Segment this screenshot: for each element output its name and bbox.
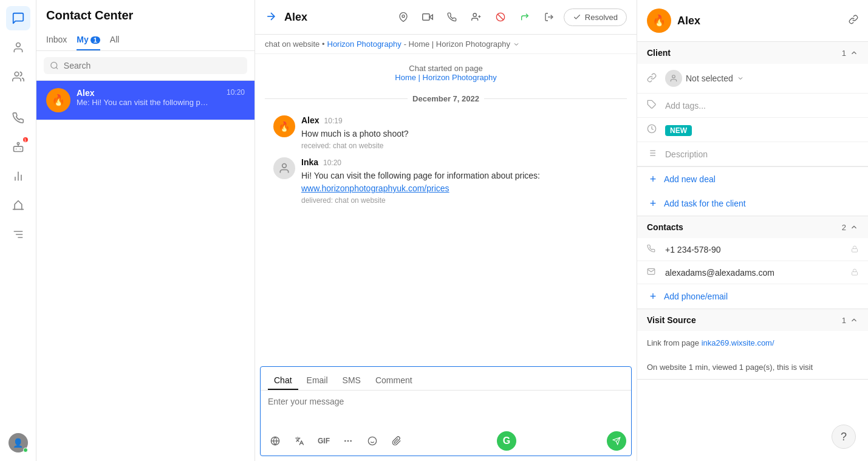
gif-button[interactable]: GIF [314, 431, 333, 451]
chat-nav-icon[interactable] [6, 6, 30, 30]
email-lock-icon [851, 268, 858, 278]
add-task-icon: + [647, 197, 659, 210]
chat-header-icons: Resolved [394, 7, 627, 27]
tags-icon [647, 100, 659, 111]
chat-page-link[interactable]: Home | Horizon Photography [395, 73, 496, 82]
tab-email[interactable]: Email [301, 372, 334, 390]
visit-source-link[interactable]: inka269.wixsite.com/ [702, 338, 774, 347]
sidebar-title: Contact Center [46, 9, 245, 22]
globe-button[interactable] [265, 431, 285, 451]
svg-marker-16 [429, 15, 432, 19]
team-nav-icon[interactable] [6, 64, 30, 89]
send-arrow-button[interactable] [607, 431, 626, 451]
message-status: delivered: chat on website [301, 196, 627, 205]
chevron-down-icon [513, 41, 520, 48]
settings-nav-icon[interactable] [6, 222, 30, 247]
resolved-button[interactable]: Resolved [564, 9, 627, 26]
email-value: alexadams@alexadams.com [665, 268, 845, 278]
description-icon [647, 148, 659, 160]
svg-rect-45 [852, 271, 858, 275]
phone-icon [647, 244, 659, 254]
not-selected-content[interactable]: Not selected [665, 70, 858, 87]
price-link[interactable]: www.horizonphotographyuk.com/prices [301, 183, 449, 193]
block-button[interactable] [491, 7, 510, 27]
attach-button[interactable] [387, 431, 406, 451]
pin-button[interactable] [394, 7, 413, 27]
description-label[interactable]: Description [665, 149, 858, 159]
svg-line-13 [56, 67, 58, 69]
status-badge-wrap: NEW [665, 125, 858, 135]
conv-info: Alex Me: Hi! You can visit the following… [77, 88, 220, 107]
contacts-section-title: Contacts [647, 222, 683, 232]
emoji-button[interactable] [363, 431, 382, 451]
client-row: Not selected [637, 64, 868, 94]
calls-nav-icon[interactable] [6, 106, 30, 130]
help-button[interactable]: ? [832, 425, 856, 449]
message-input[interactable] [268, 397, 624, 421]
tab-my[interactable]: My1 [77, 30, 100, 50]
svg-point-15 [402, 15, 405, 18]
sidebar-header: Contact Center Inbox My1 All [36, 0, 255, 51]
add-deal-row[interactable]: + Add new deal [637, 167, 868, 191]
svg-point-24 [282, 164, 287, 168]
add-task-row[interactable]: + Add task for the client [637, 191, 868, 216]
right-panel: 🔥 Alex Client 1 Not selecte [637, 0, 868, 461]
add-contact-row[interactable]: + Add phone/email [637, 284, 868, 309]
svg-point-35 [672, 75, 675, 78]
conv-time: 10:20 [227, 88, 245, 97]
chat-header: Alex Resol [255, 0, 637, 35]
contacts-section-header[interactable]: Contacts 2 [637, 216, 868, 238]
send-button[interactable]: G [497, 431, 516, 451]
tags-row: Add tags... [637, 94, 868, 118]
message-header: Inka 10:20 [301, 157, 627, 167]
add-contact-icon: + [647, 290, 659, 302]
svg-point-30 [368, 437, 376, 445]
call-button[interactable] [442, 7, 462, 27]
tab-inbox[interactable]: Inbox [46, 30, 67, 50]
chat-input-tabs: Chat Email SMS Comment [261, 367, 631, 391]
svg-rect-2 [13, 146, 22, 151]
tab-comment[interactable]: Comment [369, 372, 419, 390]
visit-info-row: On website 1 min, viewed 1 page(s), this… [637, 355, 868, 380]
date-divider: December 7, 2022 [265, 94, 627, 103]
search-box [36, 51, 255, 81]
search-input[interactable] [64, 61, 241, 70]
forward-button[interactable] [515, 7, 535, 27]
conv-name: Alex [77, 88, 220, 98]
add-deal-icon: + [647, 173, 659, 185]
tab-sms[interactable]: SMS [337, 372, 367, 390]
empty-avatar [665, 70, 682, 87]
right-panel-header: 🔥 Alex [637, 0, 868, 42]
conv-preview: Me: Hi! You can visit the following page… [77, 98, 210, 107]
video-button[interactable] [418, 7, 437, 27]
crown-nav-icon[interactable] [6, 193, 30, 217]
export-button[interactable] [539, 7, 559, 27]
add-tags-label[interactable]: Add tags... [665, 101, 858, 111]
conv-avatar: 🔥 [46, 88, 70, 112]
rp-avatar: 🔥 [647, 9, 671, 33]
tab-chat[interactable]: Chat [268, 372, 298, 390]
tab-all[interactable]: All [110, 30, 120, 50]
chevron-up-icon [850, 49, 858, 57]
contacts-nav-icon[interactable] [6, 35, 30, 60]
search-icon [50, 61, 59, 70]
conversation-item[interactable]: 🔥 Alex Me: Hi! You can visit the followi… [36, 81, 255, 120]
message-content: Alex 10:19 How much is a photo shoot? re… [301, 115, 627, 150]
horizon-photography-link[interactable]: Horizon Photography [327, 39, 402, 49]
link-icon[interactable] [849, 15, 858, 27]
chat-input-area: Chat Email SMS Comment GIF G [260, 366, 632, 456]
chat-started-info: Chat started on page Home | Horizon Phot… [265, 64, 627, 82]
svg-point-29 [345, 440, 346, 441]
analytics-nav-icon[interactable] [6, 164, 30, 188]
bot-nav-icon[interactable]: 1 [6, 135, 30, 159]
email-icon [647, 267, 659, 278]
client-section-header[interactable]: Client 1 [637, 42, 868, 64]
visit-source-title: Visit Source [647, 315, 696, 325]
more-options-button[interactable] [338, 431, 358, 451]
add-user-button[interactable] [466, 7, 486, 27]
translate-button[interactable] [290, 431, 309, 451]
message-status: received: chat on website [301, 142, 627, 150]
email-row: alexadams@alexadams.com [637, 261, 868, 284]
visit-source-header[interactable]: Visit Source 1 [637, 309, 868, 331]
user-profile-nav[interactable]: 👤 [6, 431, 30, 455]
